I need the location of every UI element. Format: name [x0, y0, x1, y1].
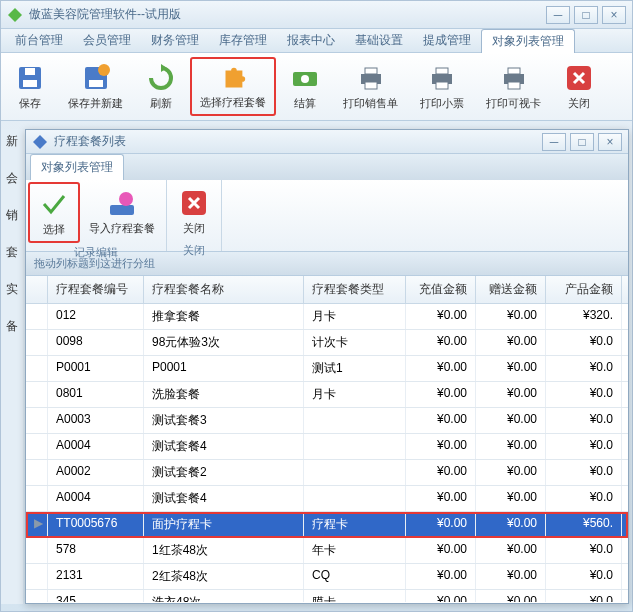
table-row[interactable]: A0004测试套餐4¥0.00¥0.00¥0.0 — [26, 434, 628, 460]
table-row[interactable]: 21312红茶48次CQ¥0.00¥0.00¥0.0 — [26, 564, 628, 590]
menu-4[interactable]: 报表中心 — [277, 29, 345, 52]
svg-point-6 — [98, 64, 110, 76]
toolbar-refresh-button[interactable]: 刷新 — [136, 57, 186, 116]
close-button[interactable]: 关闭 — [169, 182, 219, 241]
menu-1[interactable]: 会员管理 — [73, 29, 141, 52]
cell-gift: ¥0.00 — [476, 434, 546, 459]
table-row[interactable]: A0002测试套餐2¥0.00¥0.00¥0.0 — [26, 460, 628, 486]
col-header-2[interactable]: 疗程套餐类型 — [304, 276, 406, 303]
cell-product: ¥0.0 — [546, 564, 622, 589]
table-row[interactable]: 009898元体验3次计次卡¥0.00¥0.00¥0.0 — [26, 330, 628, 356]
close-window-button[interactable]: × — [602, 6, 626, 24]
printer-icon — [426, 62, 458, 94]
svg-rect-15 — [436, 82, 448, 89]
toolbar-printer-button[interactable]: 打印小票 — [411, 57, 473, 116]
toolbar-money-button[interactable]: 结算 — [280, 57, 330, 116]
cell-type — [304, 434, 406, 459]
toolbar-printer-button[interactable]: 打印可视卡 — [477, 57, 550, 116]
col-header-0[interactable]: 疗程套餐编号 — [48, 276, 144, 303]
cell-code: A0004 — [48, 434, 144, 459]
cell-product: ¥0.0 — [546, 408, 622, 433]
menu-6[interactable]: 提成管理 — [413, 29, 481, 52]
table-row[interactable]: 345洗衣48次膜卡¥0.00¥0.00¥0.0 — [26, 590, 628, 602]
cell-type: 膜卡 — [304, 590, 406, 602]
grid-header: 疗程套餐编号疗程套餐名称疗程套餐类型充值金额赠送金额产品金额 — [26, 276, 628, 304]
toolbar-close-button[interactable]: 关闭 — [554, 57, 604, 116]
cell-gift: ¥0.00 — [476, 538, 546, 563]
cell-product: ¥0.0 — [546, 356, 622, 381]
cell-product: ¥560. — [546, 512, 622, 537]
disk-new-icon — [80, 62, 112, 94]
toolbar-printer-button[interactable]: 打印销售单 — [334, 57, 407, 116]
table-row[interactable]: 0801洗脸套餐月卡¥0.00¥0.00¥0.0 — [26, 382, 628, 408]
table-row[interactable]: 012推拿套餐月卡¥0.00¥0.00¥320. — [26, 304, 628, 330]
table-row[interactable]: 5781红茶48次年卡¥0.00¥0.00¥0.0 — [26, 538, 628, 564]
refresh-icon — [145, 62, 177, 94]
cell-product: ¥0.0 — [546, 382, 622, 407]
cell-gift: ¥0.00 — [476, 304, 546, 329]
cell-name: 98元体验3次 — [144, 330, 304, 355]
package-grid[interactable]: 疗程套餐编号疗程套餐名称疗程套餐类型充值金额赠送金额产品金额 012推拿套餐月卡… — [26, 276, 628, 602]
cell-type: CQ — [304, 564, 406, 589]
sub-titlebar: 疗程套餐列表 ─ □ × — [26, 130, 628, 154]
sub-minimize-button[interactable]: ─ — [542, 133, 566, 151]
menu-7[interactable]: 对象列表管理 — [481, 29, 575, 53]
cell-name: P0001 — [144, 356, 304, 381]
cell-type — [304, 486, 406, 511]
left-hint-strip: 新 会 销 套 实 备 — [1, 129, 23, 604]
sub-close-button[interactable]: × — [598, 133, 622, 151]
toolbar-disk-button[interactable]: 保存 — [5, 57, 55, 116]
menubar: 前台管理会员管理财务管理库存管理报表中心基础设置提成管理对象列表管理 — [1, 29, 632, 53]
cell-gift: ¥0.00 — [476, 356, 546, 381]
sub-maximize-button[interactable]: □ — [570, 133, 594, 151]
cell-product: ¥0.0 — [546, 330, 622, 355]
svg-rect-21 — [110, 205, 134, 215]
cell-code: A0002 — [48, 460, 144, 485]
svg-rect-14 — [436, 68, 448, 74]
cell-product: ¥0.0 — [546, 460, 622, 485]
cell-recharge: ¥0.00 — [406, 408, 476, 433]
tab-object-list[interactable]: 对象列表管理 — [30, 154, 124, 180]
svg-point-22 — [119, 192, 133, 206]
cell-gift: ¥0.00 — [476, 486, 546, 511]
menu-0[interactable]: 前台管理 — [5, 29, 73, 52]
main-window: 傲蓝美容院管理软件--试用版 ─ □ × 前台管理会员管理财务管理库存管理报表中… — [0, 0, 633, 612]
table-row[interactable]: P0001P0001测试1¥0.00¥0.00¥0.0 — [26, 356, 628, 382]
menu-2[interactable]: 财务管理 — [141, 29, 209, 52]
table-row[interactable]: A0003测试套餐3¥0.00¥0.00¥0.0 — [26, 408, 628, 434]
toolbar-disk-new-button[interactable]: 保存并新建 — [59, 57, 132, 116]
maximize-button[interactable]: □ — [574, 6, 598, 24]
cell-type: 月卡 — [304, 304, 406, 329]
cell-product: ¥320. — [546, 304, 622, 329]
select-button[interactable]: 选择 — [28, 182, 80, 243]
table-row[interactable]: ▶TT0005676面护疗程卡疗程卡¥0.00¥0.00¥560. — [26, 512, 628, 538]
cell-recharge: ¥0.00 — [406, 538, 476, 563]
col-header-4[interactable]: 赠送金额 — [476, 276, 546, 303]
cell-recharge: ¥0.00 — [406, 460, 476, 485]
menu-3[interactable]: 库存管理 — [209, 29, 277, 52]
check-icon — [38, 188, 70, 220]
minimize-button[interactable]: ─ — [546, 6, 570, 24]
puzzle-icon — [217, 63, 249, 93]
toolbar-puzzle-button[interactable]: 选择疗程套餐 — [190, 57, 276, 116]
app-logo-icon — [7, 7, 23, 23]
col-header-5[interactable]: 产品金额 — [546, 276, 622, 303]
cell-name: 面护疗程卡 — [144, 512, 304, 537]
cell-code: A0004 — [48, 486, 144, 511]
main-title: 傲蓝美容院管理软件--试用版 — [29, 6, 546, 23]
col-header-3[interactable]: 充值金额 — [406, 276, 476, 303]
import-package-button[interactable]: 导入疗程套餐 — [80, 182, 164, 243]
main-titlebar: 傲蓝美容院管理软件--试用版 ─ □ × — [1, 1, 632, 29]
cell-name: 测试套餐2 — [144, 460, 304, 485]
cell-code: A0003 — [48, 408, 144, 433]
cell-gift: ¥0.00 — [476, 512, 546, 537]
cell-product: ¥0.0 — [546, 434, 622, 459]
table-row[interactable]: A0004测试套餐4¥0.00¥0.00¥0.0 — [26, 486, 628, 512]
cell-code: TT0005676 — [48, 512, 144, 537]
svg-marker-20 — [33, 135, 47, 149]
sub-tabstrip: 对象列表管理 — [26, 154, 628, 180]
svg-rect-18 — [508, 82, 520, 89]
col-header-1[interactable]: 疗程套餐名称 — [144, 276, 304, 303]
menu-5[interactable]: 基础设置 — [345, 29, 413, 52]
cell-type: 测试1 — [304, 356, 406, 381]
